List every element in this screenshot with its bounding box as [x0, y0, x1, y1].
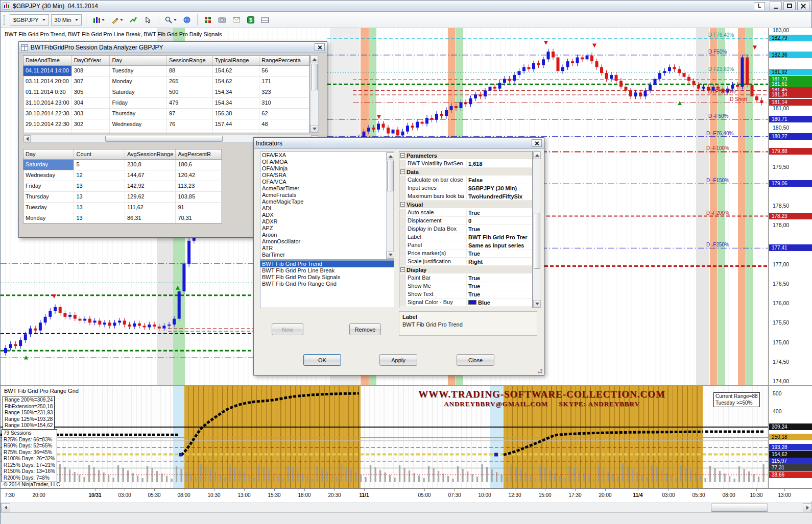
property-group[interactable]: −Display	[399, 266, 532, 274]
indicators-title-bar[interactable]: Indicators	[254, 138, 544, 149]
list-item[interactable]: OFA/Ninja	[260, 165, 394, 172]
property-row[interactable]: Input series$GBPJPY (30 Min)	[399, 184, 532, 192]
table-cell[interactable]: 97	[167, 109, 213, 119]
chart-hscrollbar[interactable]	[1, 503, 812, 513]
list-item[interactable]: OFA/MOA	[260, 159, 394, 165]
property-row[interactable]: PanelSame as input series	[399, 241, 532, 249]
list-item[interactable]: OFA/VCA	[260, 179, 394, 185]
drawing-tools-button[interactable]	[109, 13, 125, 27]
range-scale[interactable]: 500400309,24250,18193,28154,62115,9777,3…	[768, 386, 812, 488]
table-cell[interactable]: Tuesday	[110, 66, 167, 76]
table-cell[interactable]: 91	[176, 203, 222, 213]
property-row[interactable]: Display in Data BoxTrue	[399, 225, 532, 233]
table-cell[interactable]: 01.11.2014 0:30	[23, 87, 72, 97]
table-cell[interactable]: 76	[167, 119, 213, 130]
session-data-table[interactable]: DateAndTimeDayOfYearDaySessionRangeTypic…	[23, 55, 310, 133]
property-value[interactable]: TwoHundredFiftySix	[467, 192, 532, 200]
property-group[interactable]: −Visual	[399, 201, 532, 209]
property-value[interactable]: Same as input series	[467, 241, 532, 249]
column-header[interactable]: Day	[110, 56, 167, 65]
list-item[interactable]: Aroon	[260, 232, 394, 238]
table-row[interactable]: Tuesday13111,6291	[23, 203, 222, 213]
table-cell[interactable]: Monday	[23, 213, 74, 223]
ok-button[interactable]: OK	[303, 354, 341, 366]
table-row[interactable]: 31.10.2014 23:00304Friday479154,34310	[23, 98, 309, 109]
table-cell[interactable]: 04.11.2014 14:00	[23, 66, 72, 76]
list-item[interactable]: BWT Fib Grid Pro Range Grid	[260, 281, 394, 287]
title-bar[interactable]: $GBPJPY (30 Min) 04.11.2014 L	[1, 1, 811, 12]
column-header[interactable]: Count	[74, 149, 125, 159]
table-cell[interactable]: 303	[72, 109, 110, 119]
table-cell[interactable]: Monday	[110, 77, 167, 87]
analyzer-title-bar[interactable]: BWTFibGridPro Session Data Analyzer GBPJ…	[19, 42, 327, 53]
table-cell[interactable]: Friday	[110, 98, 167, 108]
table-cell[interactable]: Tuesday	[23, 203, 74, 213]
table-cell[interactable]: 129,62	[125, 192, 176, 202]
property-value[interactable]: BWT Fib Grid Pro Trer	[467, 233, 532, 241]
price-scale[interactable]: 183,00181,00180,50179,50178,50178,00177,…	[768, 28, 812, 385]
market-analyzer-button[interactable]	[202, 13, 214, 27]
snapshot-button[interactable]	[216, 13, 228, 27]
table-cell[interactable]: 180,6	[176, 160, 222, 170]
property-value[interactable]: 0	[467, 217, 532, 224]
collapse-icon[interactable]: −	[400, 169, 405, 174]
property-group[interactable]: −Parameters	[399, 152, 532, 160]
indicators-close-button[interactable]	[532, 139, 542, 147]
list-item[interactable]: BarTimer	[260, 252, 394, 258]
property-value[interactable]: Right	[467, 258, 532, 265]
list-item[interactable]: BWT Fib Grid Pro Daily Signals	[260, 274, 394, 281]
collapse-icon[interactable]: −	[400, 153, 405, 158]
table-cell[interactable]: 5	[74, 160, 125, 170]
table-row[interactable]: 29.10.2014 22:30302Wednesday76157,4448	[23, 119, 309, 130]
table-row[interactable]: Saturday5230,8180,6	[23, 160, 222, 170]
table-row[interactable]: Monday1386,3170,31	[23, 213, 222, 223]
table-cell[interactable]: 29.10.2014 22:30	[23, 119, 72, 130]
table-cell[interactable]: Wednesday	[110, 119, 167, 130]
cursor-button[interactable]	[141, 13, 154, 27]
property-value[interactable]: True	[467, 225, 532, 233]
available-indicators-list[interactable]: OFA/EXAOFA/MOAOFA/NinjaOFA/SRAOFA/VCAAcm…	[260, 152, 394, 260]
property-row[interactable]: Calculate on bar closeFalse	[399, 176, 532, 184]
dialog-resize-grip[interactable]	[536, 367, 543, 374]
list-item[interactable]: AroonOscillator	[260, 238, 394, 245]
table-cell[interactable]: 304	[72, 98, 110, 108]
table-cell[interactable]: 111,62	[125, 203, 176, 213]
property-row[interactable]: Displacement0	[399, 217, 532, 225]
property-row[interactable]: Show MeTrue	[399, 282, 532, 290]
property-value[interactable]: $GBPJPY (30 Min)	[467, 184, 532, 192]
property-row[interactable]: Auto scaleTrue	[399, 209, 532, 217]
list-item[interactable]: ADXR	[260, 218, 394, 225]
chart-style-button[interactable]	[90, 13, 107, 27]
list-item[interactable]: OFA/SRA	[260, 172, 394, 179]
table-cell[interactable]: 142,92	[125, 181, 176, 191]
table-cell[interactable]: 157,44	[213, 119, 260, 130]
property-value[interactable]: True	[467, 274, 532, 282]
table-cell[interactable]: Wednesday	[23, 170, 74, 181]
table-cell[interactable]: 323	[259, 87, 309, 97]
column-header[interactable]: RangePercenta	[259, 56, 309, 65]
table-cell[interactable]: 120,42	[176, 170, 222, 181]
column-header[interactable]: SessionRange	[167, 56, 213, 65]
table-row[interactable]: 03.11.2014 20:00307Monday265154,62171	[23, 77, 309, 87]
link-button[interactable]: L	[754, 2, 765, 10]
property-value[interactable]: True	[467, 209, 532, 216]
property-row[interactable]: Signal Color - BuyBlue	[399, 298, 532, 307]
property-value[interactable]: False	[467, 176, 532, 184]
zoom-button[interactable]	[162, 13, 179, 27]
list-item[interactable]: AcmeBarTimer	[260, 185, 394, 192]
scroll-right-button[interactable]	[803, 503, 812, 512]
table-cell[interactable]: 113,23	[176, 181, 222, 191]
table-row[interactable]: 01.11.2014 0:30305Saturday500154,34323	[23, 87, 309, 98]
properties-grid-scrollbar[interactable]	[533, 151, 540, 308]
list-item[interactable]: ADX	[260, 212, 394, 218]
table-cell[interactable]: 13	[74, 213, 125, 223]
instrument-selector[interactable]: $GBPJPY	[10, 14, 49, 26]
column-header[interactable]: TypicalRange	[213, 56, 260, 65]
property-row[interactable]: LabelBWT Fib Grid Pro Trer	[399, 233, 532, 241]
minimize-button[interactable]	[770, 2, 782, 10]
property-row[interactable]: BWT Volatility BwtSen1,618	[399, 160, 532, 168]
column-header[interactable]: DateAndTime	[23, 56, 72, 65]
property-row[interactable]: Scale justificationRight	[399, 258, 532, 266]
close-dialog-button[interactable]: Close	[457, 354, 494, 366]
list-item[interactable]: BWT Fib Grid Pro Trend	[260, 261, 394, 267]
